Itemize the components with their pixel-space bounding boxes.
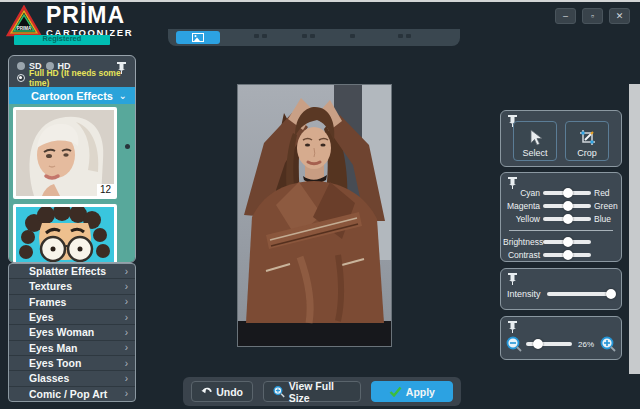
zoom-panel: 26% <box>500 316 622 360</box>
vertical-scrollbar[interactable] <box>629 84 640 374</box>
toolbar-icon-3[interactable] <box>350 34 364 42</box>
selection-tools-panel: Select Crop <box>500 110 622 167</box>
prima-cartoonizer-window: { "window": { "controls": [ { "name": "m… <box>0 0 640 409</box>
slider-thumb[interactable] <box>563 250 573 260</box>
toolbar-icon-4[interactable] <box>398 34 412 42</box>
slider-thumb[interactable] <box>563 214 573 224</box>
chevron-right-icon: › <box>125 296 128 307</box>
magnifier-plus-icon <box>273 385 285 398</box>
menu-item-eyes-woman[interactable]: Eyes Woman› <box>9 325 135 340</box>
yellow-label: Yellow <box>503 214 543 224</box>
chevron-right-icon: › <box>125 281 128 292</box>
chevron-right-icon: › <box>125 327 128 338</box>
undo-button[interactable]: Undo <box>191 381 253 402</box>
sd-radio[interactable] <box>17 62 25 70</box>
slider-thumb[interactable] <box>533 339 543 349</box>
magenta-green-slider[interactable] <box>543 204 591 208</box>
cyan-red-slider-row: Cyan Red <box>503 186 617 199</box>
apply-label: Apply <box>406 386 435 398</box>
chevron-right-icon: › <box>125 312 128 323</box>
window-controls: – ▫ ✕ <box>555 8 630 24</box>
zoom-out-button[interactable] <box>506 336 522 352</box>
effects-thumbnail-list: 12 <box>9 104 135 263</box>
brightness-label: Brightness <box>503 237 543 247</box>
select-button[interactable]: Select <box>513 121 557 161</box>
license-status-text: Registered <box>43 35 82 43</box>
thumbnail-scrollbar-thumb[interactable] <box>125 144 130 149</box>
cyan-red-slider[interactable] <box>543 191 591 195</box>
top-toolbar <box>168 29 460 46</box>
crop-label: Crop <box>577 148 597 158</box>
full-hd-label[interactable]: Full HD (It needs some time) <box>29 68 129 88</box>
select-label: Select <box>522 148 547 158</box>
chevron-right-icon: › <box>125 388 128 399</box>
magenta-label: Magenta <box>503 201 543 211</box>
green-label: Green <box>591 201 617 211</box>
yellow-blue-slider[interactable] <box>543 217 591 221</box>
svg-text:PRIMA: PRIMA <box>17 26 32 31</box>
undo-label: Undo <box>216 386 243 398</box>
pin-icon[interactable] <box>116 62 127 74</box>
view-full-size-button[interactable]: View Full Size <box>263 381 361 402</box>
crop-icon <box>579 129 596 147</box>
chevron-down-icon: ⌄ <box>119 90 127 101</box>
effects-sidebar: SD HD Full HD (It needs some time) Carto… <box>8 55 136 263</box>
logo-title: PRİMA <box>46 4 133 27</box>
intensity-slider[interactable] <box>547 292 613 296</box>
minimize-button[interactable]: – <box>555 8 576 24</box>
menu-item-eyes-man[interactable]: Eyes Man› <box>9 341 135 356</box>
image-icon <box>192 33 204 42</box>
cartoon-effects-header[interactable]: Cartoon Effects ⌄ <box>9 87 135 104</box>
slider-thumb[interactable] <box>563 201 573 211</box>
magenta-green-slider-row: Magenta Green <box>503 199 617 212</box>
chevron-right-icon: › <box>125 266 128 277</box>
slider-thumb[interactable] <box>563 237 573 247</box>
toolbar-icon-1[interactable] <box>254 34 268 42</box>
toolbar-active-tool-button[interactable] <box>176 31 220 44</box>
license-status-bar: Registered <box>14 35 110 45</box>
pin-icon[interactable] <box>507 177 518 189</box>
toolbar-icon-2[interactable] <box>302 34 316 42</box>
zoom-slider[interactable] <box>526 342 572 346</box>
crop-button[interactable]: Crop <box>565 121 609 161</box>
menu-item-eyes-toon[interactable]: Eyes Toon› <box>9 356 135 371</box>
contrast-label: Contrast <box>503 250 543 260</box>
close-button[interactable]: ✕ <box>609 8 630 24</box>
menu-item-eyes[interactable]: Eyes› <box>9 310 135 325</box>
man-glasses-effect-preview <box>16 207 114 263</box>
bottom-action-bar: Undo View Full Size Apply <box>183 377 461 406</box>
blue-label: Blue <box>591 214 617 224</box>
pin-icon[interactable] <box>507 273 518 285</box>
intensity-slider-row: Intensity <box>507 289 613 299</box>
chevron-right-icon: › <box>125 342 128 353</box>
chevron-right-icon: › <box>125 373 128 384</box>
pin-icon[interactable] <box>507 321 518 333</box>
photo-woman-leather-jacket <box>238 85 391 346</box>
zoom-percentage: 26% <box>576 340 596 349</box>
menu-item-splatter-effects[interactable]: Splatter Effects› <box>9 264 135 279</box>
color-adjustments-panel: Cyan Red Magenta Green Yellow Blue Brigh… <box>500 172 622 262</box>
effect-thumbnail-man-glasses[interactable] <box>13 204 117 263</box>
red-label: Red <box>591 188 617 198</box>
app-logo: PRIMA PRİMA CARTOONIZER <box>6 4 133 38</box>
menu-item-comic-pop-art[interactable]: Comic / Pop Art› <box>9 387 135 401</box>
menu-item-textures[interactable]: Textures› <box>9 279 135 294</box>
slider-thumb[interactable] <box>563 188 573 198</box>
image-canvas[interactable] <box>237 84 392 347</box>
maximize-button[interactable]: ▫ <box>582 8 603 24</box>
brightness-slider[interactable] <box>543 240 591 244</box>
contrast-slider[interactable] <box>543 253 591 257</box>
cyan-label: Cyan <box>503 188 543 198</box>
menu-item-glasses[interactable]: Glasses› <box>9 371 135 386</box>
zoom-in-button[interactable] <box>600 336 616 352</box>
menu-item-frames[interactable]: Frames› <box>9 295 135 310</box>
view-full-size-label: View Full Size <box>289 380 351 404</box>
yellow-blue-slider-row: Yellow Blue <box>503 212 617 225</box>
full-hd-radio[interactable] <box>17 74 25 82</box>
contrast-slider-row: Contrast <box>503 248 617 261</box>
divider <box>509 230 613 231</box>
cursor-arrow-icon <box>527 129 543 147</box>
apply-button[interactable]: Apply <box>371 381 453 402</box>
effect-thumbnail-blonde-woman[interactable]: 12 <box>13 107 117 199</box>
slider-thumb[interactable] <box>606 289 616 299</box>
